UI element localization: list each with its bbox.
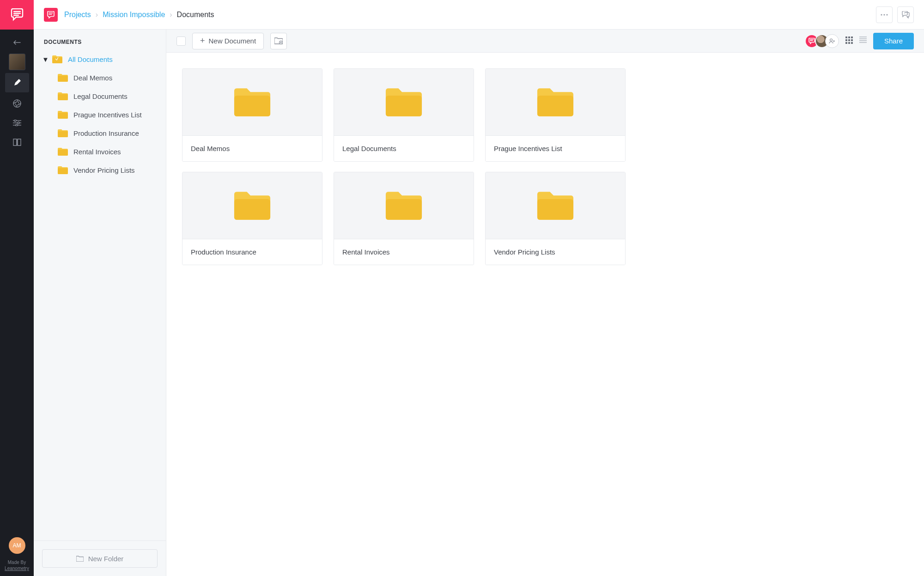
tree-item[interactable]: Prague Incentives List [58, 105, 158, 124]
back-icon[interactable] [9, 34, 25, 51]
tree-item[interactable]: Vendor Pricing Lists [58, 161, 158, 179]
folder-thumbnail [486, 69, 625, 135]
folder-thumbnail [182, 172, 322, 239]
select-all-checkbox[interactable] [176, 36, 186, 46]
tree-item[interactable]: Production Insurance [58, 124, 158, 142]
folder-thumbnail [182, 69, 322, 135]
tree-item[interactable]: Legal Documents [58, 87, 158, 105]
project-thumbnail[interactable] [9, 54, 25, 70]
folder-card[interactable]: Legal Documents [334, 68, 474, 162]
tree-root-all-documents[interactable]: ▼ All Documents [42, 50, 158, 68]
tree-root-label: All Documents [68, 55, 113, 63]
svg-rect-40 [386, 96, 422, 116]
svg-rect-43 [386, 199, 422, 220]
svg-point-9 [16, 124, 18, 126]
folder-plus-icon [274, 37, 283, 44]
sidebar-title: DOCUMENTS [34, 30, 166, 50]
book-icon[interactable] [9, 134, 25, 151]
tree-item[interactable]: Rental Invoices [58, 142, 158, 161]
sliders-icon[interactable] [9, 115, 25, 131]
folder-icon [58, 129, 68, 137]
folder-card-label: Production Insurance [182, 239, 322, 265]
folder-card[interactable]: Vendor Pricing Lists [485, 172, 626, 265]
svg-rect-16 [58, 76, 68, 82]
new-document-button[interactable]: + New Document [192, 33, 264, 49]
folder-icon [58, 110, 68, 119]
project-icon[interactable] [44, 8, 58, 22]
caret-down-icon: ▼ [42, 55, 47, 63]
tree-item-label: Rental Invoices [73, 148, 121, 156]
folder-card-label: Vendor Pricing Lists [486, 239, 625, 265]
tree-item[interactable]: Deal Memos [58, 68, 158, 87]
svg-rect-18 [58, 113, 68, 119]
svg-rect-39 [234, 96, 270, 116]
folder-card[interactable]: Rental Invoices [334, 172, 474, 265]
svg-rect-21 [58, 168, 68, 174]
tree-item-label: Prague Incentives List [73, 111, 142, 119]
app-logo[interactable] [0, 0, 34, 30]
folder-icon [58, 166, 68, 174]
svg-rect-17 [58, 94, 68, 100]
edit-icon[interactable] [5, 73, 29, 92]
svg-point-3 [13, 100, 21, 107]
folder-card[interactable]: Production Insurance [182, 172, 322, 265]
main-panel: + New Document [166, 30, 643, 401]
breadcrumb: Projects › Mission Impossible › Document… [64, 11, 214, 19]
svg-rect-20 [58, 150, 68, 156]
folder-grid: Deal Memos Legal Documents Prague Incent… [166, 53, 643, 281]
folder-thumbnail [334, 69, 474, 135]
svg-rect-15 [52, 57, 62, 63]
folder-card[interactable]: Deal Memos [182, 68, 322, 162]
folder-card-label: Prague Incentives List [486, 135, 625, 161]
documents-sidebar: DOCUMENTS ▼ All Documents Deal Memos Leg… [34, 30, 166, 401]
breadcrumb-project[interactable]: Mission Impossible [103, 11, 165, 19]
tree-item-label: Vendor Pricing Lists [73, 166, 135, 174]
tree-item-label: Deal Memos [73, 74, 112, 82]
folder-thumbnail [486, 172, 625, 239]
topbar: Projects › Mission Impossible › Document… [34, 0, 643, 30]
folder-icon [58, 147, 68, 156]
svg-rect-42 [234, 199, 270, 220]
folder-icon [58, 73, 68, 82]
svg-rect-41 [537, 96, 573, 116]
folder-card-label: Legal Documents [334, 135, 474, 161]
aperture-icon[interactable] [9, 95, 25, 112]
folder-card-label: Rental Invoices [334, 239, 474, 265]
tree-item-label: Production Insurance [73, 129, 139, 137]
folder-icon [58, 92, 68, 100]
folder-icon [52, 55, 62, 63]
tree-item-label: Legal Documents [73, 92, 128, 100]
folder-card[interactable]: Prague Incentives List [485, 68, 626, 162]
svg-rect-44 [537, 199, 573, 220]
left-rail: AM Made By Leanometry [0, 0, 34, 401]
new-document-label: New Document [209, 37, 256, 45]
chevron-right-icon: › [96, 11, 98, 19]
documents-toolbar: + New Document [166, 30, 643, 53]
svg-point-7 [18, 122, 19, 124]
folder-card-label: Deal Memos [182, 135, 322, 161]
new-folder-icon-button[interactable] [270, 33, 287, 49]
folder-thumbnail [334, 172, 474, 239]
chevron-right-icon: › [170, 11, 172, 19]
svg-point-5 [14, 120, 16, 121]
plus-icon: + [200, 36, 205, 46]
breadcrumb-current: Documents [177, 11, 214, 19]
svg-rect-19 [58, 131, 68, 137]
breadcrumb-projects[interactable]: Projects [64, 11, 91, 19]
